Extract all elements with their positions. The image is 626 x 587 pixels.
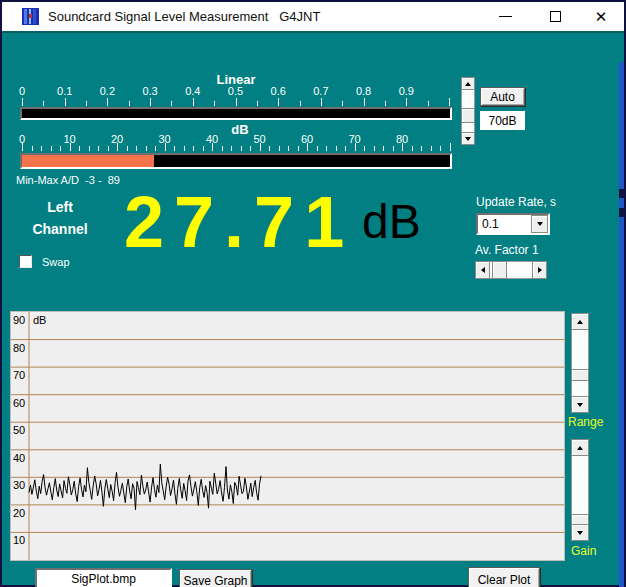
minmax-ad-text: Min-Max A/D -3 - 89	[16, 174, 120, 186]
meter-range-scrollbar[interactable]	[461, 77, 475, 145]
swap-label: Swap	[42, 256, 70, 268]
av-factor-left-button[interactable]	[475, 261, 490, 279]
meter-range-down-button[interactable]	[461, 132, 475, 145]
maximize-button[interactable]	[538, 2, 572, 31]
scale-tick	[385, 101, 386, 106]
av-factor-value: 1	[532, 243, 539, 257]
combo-dropdown-button[interactable]	[531, 215, 548, 233]
plot-canvas: 908070605040302010dB	[11, 312, 564, 560]
scale-tick	[155, 146, 156, 151]
scale-tick	[70, 143, 71, 151]
av-factor-right-button[interactable]	[532, 261, 547, 279]
svg-text:dB: dB	[33, 314, 46, 326]
swap-checkbox[interactable]	[19, 255, 32, 268]
scale-tick	[22, 98, 23, 106]
scale-tick	[321, 98, 322, 106]
auto-button[interactable]: Auto	[480, 87, 525, 106]
scale-tick	[355, 143, 356, 151]
scale-tick	[117, 143, 118, 151]
update-rate-combobox[interactable]: 0.1	[476, 213, 550, 235]
scale-tick	[22, 143, 23, 151]
scale-tick	[300, 101, 301, 106]
up-arrow-icon	[577, 446, 583, 450]
minimize-icon	[499, 16, 512, 17]
channel-line2: Channel	[10, 218, 110, 240]
scale-tick	[241, 146, 242, 151]
scale-tick	[41, 146, 42, 151]
scale-tick	[60, 146, 61, 151]
scale-tick	[108, 146, 109, 151]
scale-tick	[278, 98, 279, 106]
scale-tick	[326, 146, 327, 151]
scale-tick	[449, 98, 450, 106]
scale-tick	[43, 101, 44, 106]
down-arrow-icon	[577, 531, 583, 535]
av-factor-thumb[interactable]	[492, 261, 507, 279]
left-arrow-icon	[481, 267, 485, 273]
scale-tick	[374, 146, 375, 151]
av-factor-scrollbar[interactable]	[475, 261, 547, 279]
scale-tick	[146, 146, 147, 151]
scale-tick	[136, 146, 137, 151]
meter-range-up-button[interactable]	[461, 77, 475, 90]
av-factor-label: Av. Factor	[475, 243, 529, 257]
range-scrollbar[interactable]	[571, 313, 589, 413]
minimize-button[interactable]	[488, 2, 522, 31]
down-arrow-icon	[465, 137, 471, 141]
scale-tick-label: 0.1	[48, 85, 82, 97]
db-scale-ticks	[2, 143, 472, 151]
title-bar[interactable]: Soundcard Signal Level Measurement G4JNT…	[2, 2, 624, 31]
scale-tick	[174, 146, 175, 151]
scale-tick-label: 0.9	[389, 85, 423, 97]
gain-down-button[interactable]	[571, 524, 589, 541]
scale-tick	[428, 101, 429, 106]
scale-tick	[222, 146, 223, 151]
scale-tick	[269, 146, 270, 151]
gain-up-button[interactable]	[571, 439, 589, 456]
scale-tick	[412, 146, 413, 151]
scale-tick-label: 0.2	[90, 85, 124, 97]
scale-tick	[193, 98, 194, 106]
scale-tick	[79, 146, 80, 151]
db-level-fill	[22, 155, 154, 167]
svg-text:30: 30	[13, 479, 25, 491]
close-icon: ✕	[595, 9, 608, 24]
scale-tick	[193, 146, 194, 151]
scale-tick	[279, 146, 280, 151]
range-up-button[interactable]	[571, 313, 589, 330]
scale-tick	[150, 98, 151, 106]
scale-tick	[65, 98, 66, 106]
db-readout-value: 27.71	[124, 186, 354, 258]
svg-text:80: 80	[13, 342, 25, 354]
scale-tick	[184, 146, 185, 151]
window-title: Soundcard Signal Level Measurement G4JNT	[48, 9, 320, 24]
up-arrow-icon	[577, 320, 583, 324]
svg-text:10: 10	[13, 534, 25, 546]
scale-tick	[440, 146, 441, 151]
close-button[interactable]: ✕	[584, 2, 618, 31]
scale-tick	[383, 146, 384, 151]
client-area: Linear 00.10.20.30.40.50.60.70.80.9 dB 0…	[2, 31, 624, 585]
scale-tick-label: 0.4	[176, 85, 210, 97]
range-thumb[interactable]	[571, 369, 589, 381]
scale-tick	[203, 146, 204, 151]
svg-text:50: 50	[13, 424, 25, 436]
save-graph-button[interactable]: Save Graph	[179, 569, 252, 587]
app-icon	[22, 8, 39, 25]
window-edge-strip	[619, 62, 624, 587]
db-level-meter	[20, 153, 452, 169]
linear-scale-labels: 00.10.20.30.40.50.60.70.80.9	[2, 85, 472, 97]
svg-text:70: 70	[13, 369, 25, 381]
scale-tick-label: 0.5	[219, 85, 253, 97]
update-rate-value: 0.1	[482, 217, 499, 231]
up-arrow-icon	[465, 82, 471, 86]
range-down-button[interactable]	[571, 396, 589, 413]
meter-range-thumb[interactable]	[461, 108, 475, 123]
scale-tick	[345, 146, 346, 151]
scale-tick	[421, 146, 422, 151]
scale-tick	[129, 101, 130, 106]
clear-plot-button[interactable]: Clear Plot	[468, 567, 540, 587]
filename-input[interactable]: SigPlot.bmp	[35, 568, 172, 587]
gain-scrollbar[interactable]	[571, 439, 589, 541]
level-70db-label[interactable]: 70dB	[480, 111, 525, 130]
